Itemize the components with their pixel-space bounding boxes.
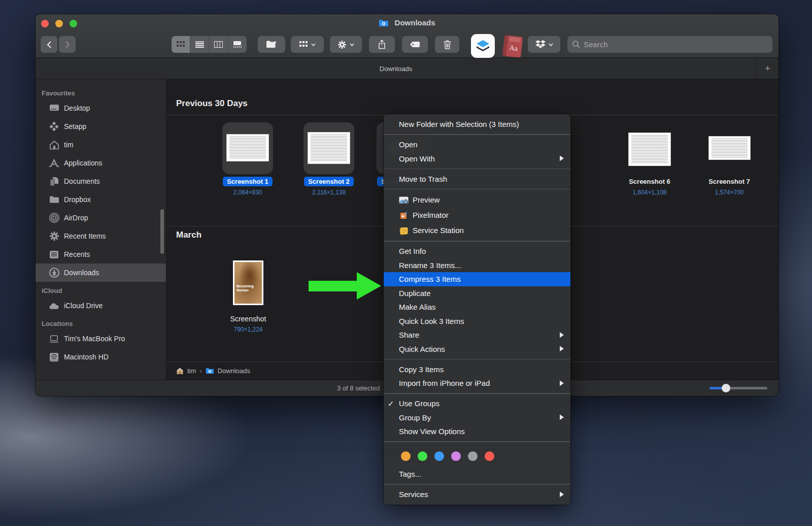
sidebar-item-home[interactable]: tim xyxy=(36,136,166,154)
menu-separator xyxy=(384,441,570,442)
group-header-march: March xyxy=(176,230,201,240)
forward-button[interactable] xyxy=(59,36,76,53)
menu-item-quick-actions[interactable]: Quick Actions xyxy=(384,342,570,356)
submenu-arrow-icon xyxy=(560,342,564,356)
search-field[interactable] xyxy=(567,36,772,53)
group-header-previous-30-days: Previous 30 Days xyxy=(176,98,248,109)
tag-gray[interactable] xyxy=(468,451,478,461)
sidebar-item-macbook-pro[interactable]: Tim's MacBook Pro xyxy=(36,330,166,348)
tag-green[interactable] xyxy=(418,451,427,461)
dictionary-app-icon[interactable]: Aa xyxy=(501,34,524,61)
sidebar-section-favourites: Favourites xyxy=(36,84,166,99)
trash-icon xyxy=(444,40,451,49)
share-button[interactable] xyxy=(369,36,395,53)
tab-downloads[interactable]: Downloads xyxy=(36,58,756,79)
checkmark-icon: ✓ xyxy=(388,397,394,411)
sidebar-item-macintosh-hd[interactable]: Macintosh HD xyxy=(36,348,166,366)
annotation-arrow-head xyxy=(357,272,381,300)
path-segment-downloads[interactable]: Downloads xyxy=(218,367,250,375)
menu-item-move-to-trash[interactable]: Move to Trash xyxy=(384,172,570,186)
menu-item-compress[interactable]: Compress 3 Items xyxy=(384,272,570,286)
menu-item-new-folder-with-selection[interactable]: New Folder with Selection (3 Items) xyxy=(384,117,570,132)
submenu-arrow-icon xyxy=(560,328,564,342)
back-button[interactable] xyxy=(41,36,57,53)
zoom-slider[interactable] xyxy=(709,387,767,389)
sidebar-item-dropbox[interactable]: Dropbox xyxy=(36,190,166,209)
desktop-wallpaper: Downloads xyxy=(0,0,812,526)
search-icon xyxy=(572,41,580,48)
window-title: Downloads xyxy=(36,18,779,28)
sidebar-item-desktop[interactable]: Desktop xyxy=(36,99,166,117)
sidebar-item-downloads[interactable]: Downloads xyxy=(36,264,166,282)
recents-icon xyxy=(49,249,59,260)
menu-item-show-view-options[interactable]: Show View Options xyxy=(384,424,570,439)
applications-icon xyxy=(49,158,59,169)
tag-blue[interactable] xyxy=(434,451,444,461)
menu-item-open-with[interactable]: Open With xyxy=(384,152,570,166)
share-icon xyxy=(378,40,386,49)
sidebar-item-recents[interactable]: Recents xyxy=(36,245,166,264)
sidebar-item-airdrop[interactable]: AirDrop xyxy=(36,209,166,227)
delete-button[interactable] xyxy=(435,36,459,53)
menu-separator xyxy=(384,189,570,190)
tag-orange[interactable] xyxy=(401,451,411,461)
menu-item-tags[interactable]: Tags... xyxy=(384,467,570,481)
downloads-folder-icon xyxy=(206,368,214,374)
menu-item-group-by[interactable]: Group By xyxy=(384,411,570,425)
sidebar-section-locations: Locations xyxy=(36,315,166,330)
annotation-arrow xyxy=(309,281,357,291)
menu-item-share[interactable]: Share xyxy=(384,328,570,342)
tag-purple[interactable] xyxy=(451,451,461,461)
menu-item-service-station[interactable]: Service Station xyxy=(384,223,570,238)
desktop-icon xyxy=(49,103,59,114)
menu-item-duplicate[interactable]: Duplicate xyxy=(384,286,570,301)
sidebar-item-icloud-drive[interactable]: iCloud Drive xyxy=(36,297,166,315)
new-folder-button[interactable] xyxy=(258,36,285,53)
list-view-button[interactable] xyxy=(190,36,209,53)
action-button[interactable] xyxy=(330,36,362,53)
gallery-view-button[interactable] xyxy=(228,36,247,53)
menu-item-quick-look[interactable]: Quick Look 3 Items xyxy=(384,314,570,328)
search-input[interactable] xyxy=(584,40,767,49)
menu-item-make-alias[interactable]: Make Alias xyxy=(384,300,570,314)
new-tab-button[interactable]: + xyxy=(756,58,779,79)
menu-item-pixelmator[interactable]: Pixelmator xyxy=(384,208,570,223)
laptop-icon xyxy=(49,334,59,344)
home-icon xyxy=(176,368,184,375)
menu-separator xyxy=(384,359,570,360)
zoom-slider-thumb[interactable] xyxy=(722,384,730,392)
sidebar-item-recent-items[interactable]: Recent Items xyxy=(36,227,166,245)
sidebar: Favourites Desktop Setapp tim Applicatio… xyxy=(36,79,166,380)
menu-item-copy[interactable]: Copy 3 Items xyxy=(384,363,570,377)
setapp-app-icon[interactable] xyxy=(471,34,495,60)
tag-red[interactable] xyxy=(485,451,494,461)
submenu-arrow-icon xyxy=(560,411,564,425)
chevron-down-icon xyxy=(549,43,553,46)
selection-status: 3 of 8 selected xyxy=(337,384,380,392)
menu-item-open[interactable]: Open xyxy=(384,138,570,152)
submenu-arrow-icon xyxy=(560,152,564,166)
icon-view-button[interactable] xyxy=(172,36,190,53)
menu-item-services[interactable]: Services xyxy=(384,487,570,502)
path-segment-home[interactable]: tim xyxy=(187,367,196,375)
sidebar-item-documents[interactable]: Documents xyxy=(36,172,166,190)
view-switcher xyxy=(172,36,247,53)
submenu-arrow-icon xyxy=(560,376,564,390)
menu-item-get-info[interactable]: Get Info xyxy=(384,244,570,258)
grouping-button[interactable] xyxy=(291,36,324,53)
sidebar-item-applications[interactable]: Applications xyxy=(36,154,166,172)
sidebar-item-setapp[interactable]: Setapp xyxy=(36,117,166,136)
menu-item-preview[interactable]: Preview xyxy=(384,192,570,208)
menu-item-import-from-iphone[interactable]: Import from iPhone or iPad xyxy=(384,376,570,390)
dropbox-button[interactable] xyxy=(528,36,560,53)
path-chevron: › xyxy=(199,367,201,375)
column-view-button[interactable] xyxy=(209,36,228,53)
chevron-down-icon xyxy=(350,43,354,46)
menu-item-use-groups[interactable]: ✓Use Groups xyxy=(384,397,570,411)
downloads-icon xyxy=(49,268,59,278)
dropbox-icon xyxy=(535,40,546,49)
home-icon xyxy=(49,140,59,150)
menu-item-rename[interactable]: Rename 3 Items... xyxy=(384,258,570,273)
tag-button[interactable] xyxy=(402,36,428,53)
sidebar-scrollbar[interactable] xyxy=(160,209,164,254)
